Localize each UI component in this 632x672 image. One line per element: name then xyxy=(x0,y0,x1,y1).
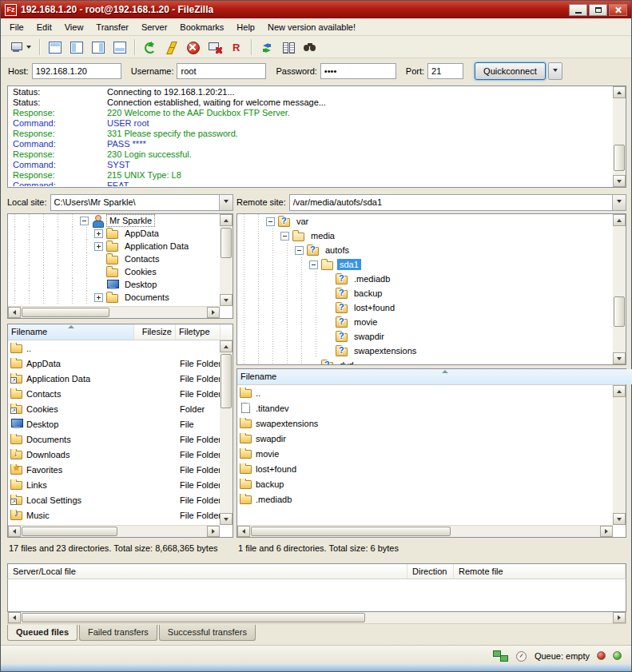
scroll-up-button[interactable] xyxy=(220,214,233,226)
scroll-up-button[interactable] xyxy=(613,86,626,98)
tree-item-label[interactable]: Mr Sparkle xyxy=(107,215,154,226)
tree-item-label[interactable]: swapextensions xyxy=(352,345,419,356)
file-row[interactable]: .mediadb xyxy=(237,491,613,507)
disconnect-button[interactable] xyxy=(205,38,225,57)
scroll-left-button[interactable] xyxy=(8,307,21,318)
scroll-left-button[interactable] xyxy=(8,526,21,537)
site-manager-button[interactable] xyxy=(5,38,35,57)
tab-failed-transfers[interactable]: Failed transfers xyxy=(79,625,157,641)
remote-site-combobox[interactable]: /var/media/autofs/sda1 xyxy=(289,194,626,211)
tree-item-label[interactable]: var xyxy=(294,216,311,227)
tree-item-label[interactable]: media xyxy=(308,230,337,241)
menu-edit[interactable]: Edit xyxy=(30,20,58,34)
scroll-left-button[interactable] xyxy=(8,612,21,623)
tree-item-label[interactable]: autofs xyxy=(323,245,352,256)
toggle-transfer-queue-button[interactable] xyxy=(109,38,130,57)
scroll-down-button[interactable] xyxy=(613,513,626,525)
scroll-thumb[interactable] xyxy=(22,527,117,536)
tree-row[interactable]: Application Data xyxy=(8,240,220,252)
toggle-message-log-button[interactable] xyxy=(45,38,66,57)
combo-dropdown-button[interactable] xyxy=(219,195,233,210)
host-input[interactable] xyxy=(32,63,121,79)
tree-row[interactable]: AppData xyxy=(8,227,220,240)
password-input[interactable] xyxy=(320,63,396,79)
tree-expander-minus[interactable] xyxy=(295,246,304,255)
file-row[interactable]: swapdir xyxy=(237,431,613,446)
scroll-up-button[interactable] xyxy=(220,340,233,352)
tree-expander-plus[interactable] xyxy=(94,293,103,302)
file-row[interactable]: Application DataFile Folder xyxy=(8,371,220,386)
column-header-filename[interactable]: Filename xyxy=(237,369,632,384)
scroll-down-button[interactable] xyxy=(220,513,233,525)
local-site-combobox[interactable]: C:\Users\Mr Sparkle\ xyxy=(50,194,233,211)
toggle-remote-tree-button[interactable] xyxy=(88,38,109,57)
tab-queued-files[interactable]: Queued files xyxy=(7,625,78,641)
tree-row[interactable]: backup xyxy=(237,286,613,300)
file-row[interactable]: .. xyxy=(237,385,613,400)
quickconnect-button[interactable]: Quickconnect xyxy=(475,62,546,80)
column-header-filesize[interactable]: Filesize xyxy=(134,324,176,340)
tree-item-label[interactable]: sda1 xyxy=(337,259,361,270)
menu-new-version-available[interactable]: New version available! xyxy=(261,20,362,34)
tree-row[interactable]: movie xyxy=(237,315,613,329)
tree-item-label[interactable]: swapdir xyxy=(352,331,387,342)
synchronized-browsing-button[interactable] xyxy=(256,38,277,57)
port-input[interactable] xyxy=(427,63,463,79)
scroll-thumb[interactable] xyxy=(22,613,365,622)
tree-item-label[interactable]: Desktop xyxy=(122,279,159,290)
tree-expander-minus[interactable] xyxy=(280,232,289,241)
scroll-thumb[interactable] xyxy=(22,308,109,317)
scroll-left-button[interactable] xyxy=(237,526,250,537)
tree-expander-minus[interactable] xyxy=(266,217,275,226)
horizontal-splitter[interactable] xyxy=(7,555,626,563)
speed-limit-icon[interactable] xyxy=(515,650,527,662)
file-row[interactable]: lost+found xyxy=(237,461,613,476)
tree-row[interactable]: sda1 xyxy=(237,257,613,272)
tree-expander-minus[interactable] xyxy=(309,260,318,269)
tree-row[interactable]: media xyxy=(237,229,613,243)
scroll-thumb[interactable] xyxy=(614,145,625,171)
tree-row[interactable]: autofs xyxy=(237,243,613,257)
file-row[interactable]: FavoritesFile Folder xyxy=(8,462,220,477)
tree-expander-minus[interactable] xyxy=(80,217,89,225)
scroll-thumb[interactable] xyxy=(251,527,451,536)
close-button[interactable] xyxy=(609,4,627,16)
tree-row[interactable]: var xyxy=(237,214,613,229)
scroll-right-button[interactable] xyxy=(613,612,626,623)
file-row[interactable]: .titandev xyxy=(237,400,613,416)
tree-item-label[interactable]: dvd xyxy=(337,360,356,364)
tree-item-label[interactable]: movie xyxy=(352,316,380,328)
menu-server[interactable]: Server xyxy=(135,20,173,34)
tree-item-label[interactable]: Contacts xyxy=(122,253,161,264)
queue-column-remote-file[interactable]: Remote file xyxy=(454,564,626,579)
file-row[interactable]: backup xyxy=(237,476,613,491)
scroll-down-button[interactable] xyxy=(220,294,233,306)
column-header-filetype[interactable]: Filetype xyxy=(176,324,221,340)
username-input[interactable] xyxy=(177,63,266,79)
column-header-filename[interactable]: Filename xyxy=(8,324,134,340)
process-queue-button[interactable] xyxy=(161,38,182,57)
file-row[interactable]: swapextensions xyxy=(237,416,613,431)
reconnect-button[interactable] xyxy=(226,38,247,57)
tree-item-label[interactable]: Application Data xyxy=(122,241,191,252)
quickconnect-dropdown-button[interactable] xyxy=(548,62,562,80)
tab-successful-transfers[interactable]: Successful transfers xyxy=(159,625,256,641)
scroll-down-button[interactable] xyxy=(613,175,626,187)
tree-row[interactable]: Desktop xyxy=(8,278,220,291)
cancel-button[interactable] xyxy=(183,38,204,57)
file-row[interactable]: Local SettingsFile Folder xyxy=(8,492,220,507)
tree-row[interactable]: Mr Sparkle xyxy=(8,214,220,227)
file-row[interactable]: LinksFile Folder xyxy=(8,477,220,492)
file-row[interactable]: DocumentsFile Folder xyxy=(8,431,220,447)
tree-item-label[interactable]: backup xyxy=(352,288,384,299)
tree-row[interactable]: Documents xyxy=(8,291,220,304)
tree-item-label[interactable]: Cookies xyxy=(122,266,159,277)
tree-item-label[interactable]: Documents xyxy=(122,292,172,303)
menu-file[interactable]: File xyxy=(3,20,30,34)
menu-transfer[interactable]: Transfer xyxy=(89,20,135,34)
tree-row[interactable]: swapdir xyxy=(237,329,613,344)
maximize-button[interactable] xyxy=(589,4,607,16)
menu-bookmarks[interactable]: Bookmarks xyxy=(173,20,230,34)
scroll-right-button[interactable] xyxy=(207,307,220,318)
menu-help[interactable]: Help xyxy=(230,20,261,34)
